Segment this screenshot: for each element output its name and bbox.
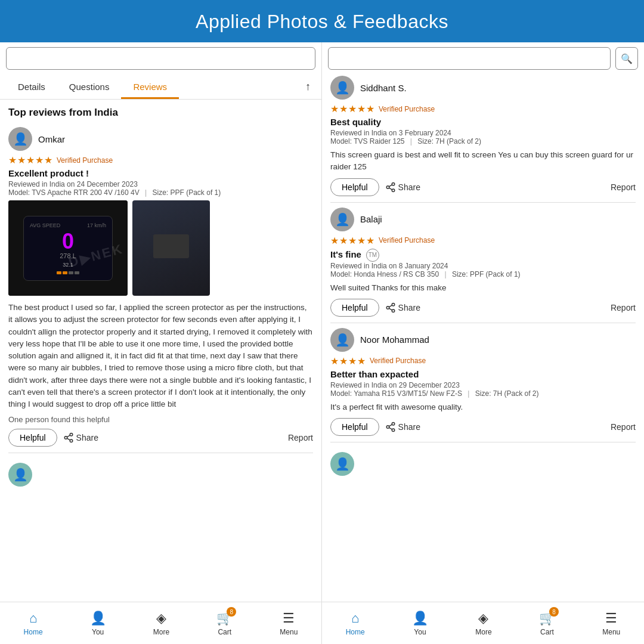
nav-home-right[interactable]: ⌂ Home [340,608,371,639]
layers-icon-right: ◈ [478,611,488,626]
bottom-nav-right: ⌂ Home 👤 You ◈ More 🛒 8 Cart ☰ Menu [322,602,644,644]
nav-you-label-right: You [414,628,426,636]
verified-balaji: Verified Purchase [379,236,435,244]
review-image-1[interactable]: AVG SPEED17 km/h 0 278 L 32.1 [8,200,128,296]
svg-line-19 [389,425,392,426]
svg-point-16 [386,426,389,429]
left-panel: Details Questions Reviews ↑ Top reviews … [0,42,322,644]
svg-line-8 [389,188,392,190]
home-icon-left: ⌂ [29,611,37,626]
tab-questions[interactable]: Questions [57,75,122,99]
review-body-noor: It's a perfect fit with awesome quality. [330,401,636,413]
nav-menu-left[interactable]: ☰ Menu [274,608,304,639]
review-title-noor: Better than expacted [330,369,636,379]
nav-home-left[interactable]: ⌂ Home [18,608,49,639]
nav-menu-label-right: Menu [602,628,620,636]
share-button-siddhant[interactable]: Share [385,182,420,193]
share-button-balaji[interactable]: Share [385,302,420,313]
avatar-noor: 👤 [330,328,354,352]
nav-home-label-right: Home [346,628,365,636]
tm-badge-balaji: TM [366,249,379,262]
nav-more-label-left: More [153,628,169,636]
review-meta-omkar: Reviewed in India on 24 December 2023 Mo… [8,180,313,197]
nav-menu-label-left: Menu [280,628,298,636]
report-button-noor[interactable]: Report [611,422,636,432]
stars-balaji: ★★★★★ [330,235,375,246]
review-body-balaji: Well suited Thanks for this make [330,282,636,294]
review-meta-noor: Reviewed in India on 29 December 2023 Mo… [330,381,636,398]
action-row-noor: Helpful Share Report [330,418,636,436]
review-title-balaji: It's fine [330,249,361,259]
nav-cart-label-left: Cart [218,628,231,636]
reviewer-name-omkar: Omkar [38,134,65,144]
helpful-button-omkar[interactable]: Helpful [8,429,57,447]
helpful-button-noor[interactable]: Helpful [330,418,379,436]
person-icon-left: 👤 [90,611,106,626]
review-meta-siddhant: Reviewed in India on 3 February 2024 Mod… [330,129,636,145]
verified-siddhant: Verified Purchase [379,105,435,113]
search-icon-right: 🔍 [621,53,633,64]
review-title-omkar: Excellent product ! [8,168,313,178]
tab-details[interactable]: Details [6,75,57,99]
svg-line-3 [67,438,70,440]
helpful-button-balaji[interactable]: Helpful [330,299,379,317]
review-body-siddhant: This screen guard is best and well fit t… [330,149,636,174]
right-search-area: 🔍 [322,42,644,70]
svg-line-13 [389,308,392,310]
tabs-bar: Details Questions Reviews ↑ [0,75,321,100]
nav-you-left[interactable]: 👤 You [84,608,112,639]
review-card-noor: 👤 Noor Mohammad ★★★★ Verified Purchase B… [330,328,636,442]
reviewer-name-siddhant: Siddhant S. [360,83,407,93]
svg-point-2 [70,439,73,442]
action-row-balaji: Helpful Share Report [330,299,636,317]
action-row-siddhant: Helpful Share Report [330,178,636,196]
bottom-nav-left: ⌂ Home 👤 You ◈ More 🛒 8 Cart ☰ Menu [0,602,321,644]
svg-point-0 [70,434,73,436]
share-button-omkar[interactable]: Share [63,432,98,443]
helpful-button-siddhant[interactable]: Helpful [330,178,379,196]
svg-point-17 [392,429,395,432]
svg-point-10 [392,303,395,306]
stars-noor: ★★★★ [330,355,366,367]
report-button-balaji[interactable]: Report [611,303,636,312]
cart-wrapper-right: 🛒 8 [539,611,555,626]
avatar-omkar: 👤 [8,127,32,151]
nav-more-label-right: More [475,628,491,636]
share-icon-noor [385,422,396,432]
scroll-up-button[interactable]: ↑ [301,76,315,98]
svg-point-5 [392,182,395,185]
report-button-omkar[interactable]: Report [288,433,313,442]
share-icon-siddhant [385,182,396,193]
nav-cart-right[interactable]: 🛒 8 Cart [533,608,561,639]
review-body-omkar: The best product I used so far, I applie… [8,302,313,410]
right-search-bar[interactable] [328,47,611,70]
reviewer-name-noor: Noor Mohammad [360,335,429,345]
review-image-2[interactable] [132,200,210,296]
nav-more-right[interactable]: ◈ More [469,608,497,639]
left-search-bar[interactable] [6,47,315,70]
verified-noor: Verified Purchase [370,357,426,365]
svg-point-7 [392,189,395,192]
report-button-siddhant[interactable]: Report [611,182,636,192]
nav-you-right[interactable]: 👤 You [406,608,434,639]
nav-cart-left[interactable]: 🛒 8 Cart [210,608,239,639]
svg-line-4 [67,435,70,437]
layers-icon-left: ◈ [156,611,166,626]
nav-more-left[interactable]: ◈ More [147,608,175,639]
cart-badge-left: 8 [227,607,236,617]
share-icon-balaji [385,302,396,313]
share-icon-omkar [63,432,74,443]
svg-line-18 [389,428,392,429]
svg-point-1 [64,436,67,439]
menu-icon-left: ☰ [283,611,295,626]
tab-reviews[interactable]: Reviews [121,75,179,99]
review-card-siddhant: 👤 Siddhant S. ★★★★★ Verified Purchase Be… [330,76,636,203]
avatar-balaji: 👤 [330,208,354,231]
share-button-noor[interactable]: Share [385,422,420,432]
left-search-area [0,42,321,75]
nav-menu-right[interactable]: ☰ Menu [596,608,626,639]
svg-line-9 [389,184,392,186]
svg-line-14 [389,305,392,307]
right-search-icon-box[interactable]: 🔍 [615,47,638,70]
svg-point-6 [386,185,389,188]
